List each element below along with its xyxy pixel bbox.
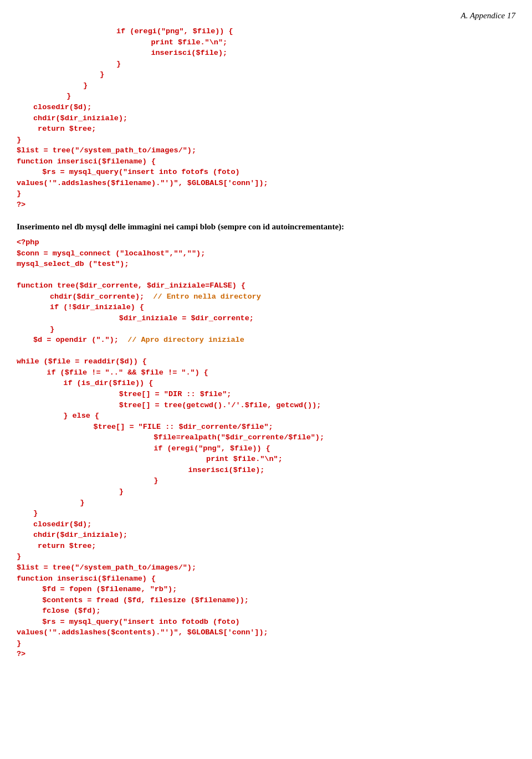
code-section-main: <?php $conn = mysql_connect ("localhost"… bbox=[17, 237, 515, 660]
header-title: A. Appendice 17 bbox=[461, 11, 515, 20]
page-header: A. Appendice 17 bbox=[17, 11, 515, 20]
prose-section: Inserimento nel db mysql delle immagini … bbox=[17, 220, 515, 233]
prose-text: Inserimento nel db mysql delle immagini … bbox=[17, 222, 344, 231]
code-section-top: if (eregi("png", $file)) { print $file."… bbox=[17, 26, 515, 211]
